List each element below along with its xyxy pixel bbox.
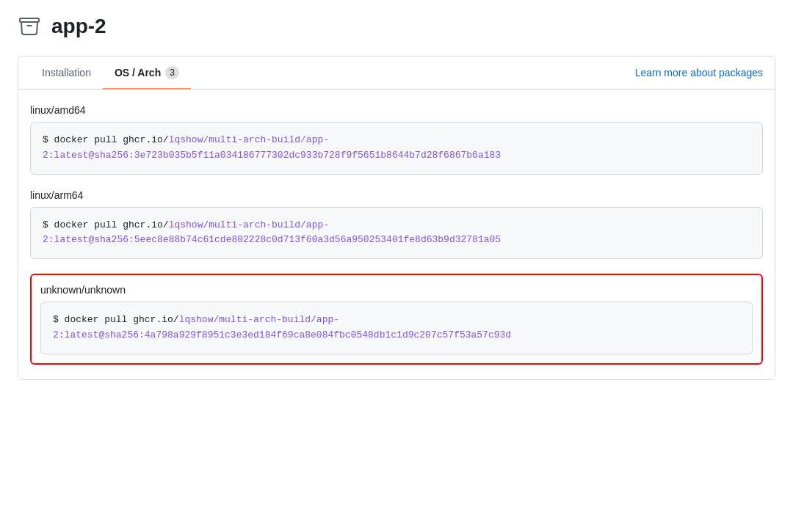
command-box: $ docker pull ghcr.io/lqshow/multi-arch-… xyxy=(30,207,763,260)
arch-section-linux-arm64: linux/arm64 $ docker pull ghcr.io/lqshow… xyxy=(30,189,763,260)
page-title: app-2 xyxy=(51,15,106,38)
package-icon xyxy=(18,15,41,38)
tab-installation[interactable]: Installation xyxy=(30,57,103,90)
tab-content: linux/amd64 $ docker pull ghcr.io/lqshow… xyxy=(18,90,775,379)
command-prefix: $ docker pull ghcr.io/ xyxy=(43,134,169,145)
tab-os-arch-badge: 3 xyxy=(165,66,179,79)
arch-section-unknown: unknown/unknown $ docker pull ghcr.io/lq… xyxy=(30,274,763,365)
tab-installation-label: Installation xyxy=(42,67,91,79)
main-card: Installation OS / Arch 3 Learn more abou… xyxy=(18,56,775,380)
command-prefix: $ docker pull ghcr.io/ xyxy=(43,219,169,230)
tab-os-arch[interactable]: OS / Arch 3 xyxy=(103,57,191,90)
arch-section-linux-amd64: linux/amd64 $ docker pull ghcr.io/lqshow… xyxy=(30,104,763,175)
tab-os-arch-label: OS / Arch xyxy=(115,67,161,79)
arch-label: unknown/unknown xyxy=(40,284,753,296)
command-prefix: $ docker pull ghcr.io/ xyxy=(53,314,179,325)
arch-label: linux/arm64 xyxy=(30,189,763,201)
arch-label: linux/amd64 xyxy=(30,104,763,116)
command-box: $ docker pull ghcr.io/lqshow/multi-arch-… xyxy=(40,302,753,354)
page-header: app-2 xyxy=(18,15,775,38)
tabs-header: Installation OS / Arch 3 Learn more abou… xyxy=(18,57,775,90)
learn-more-link[interactable]: Learn more about packages xyxy=(635,67,763,79)
command-box: $ docker pull ghcr.io/lqshow/multi-arch-… xyxy=(30,122,763,175)
tabs-nav: Installation OS / Arch 3 xyxy=(30,57,191,89)
